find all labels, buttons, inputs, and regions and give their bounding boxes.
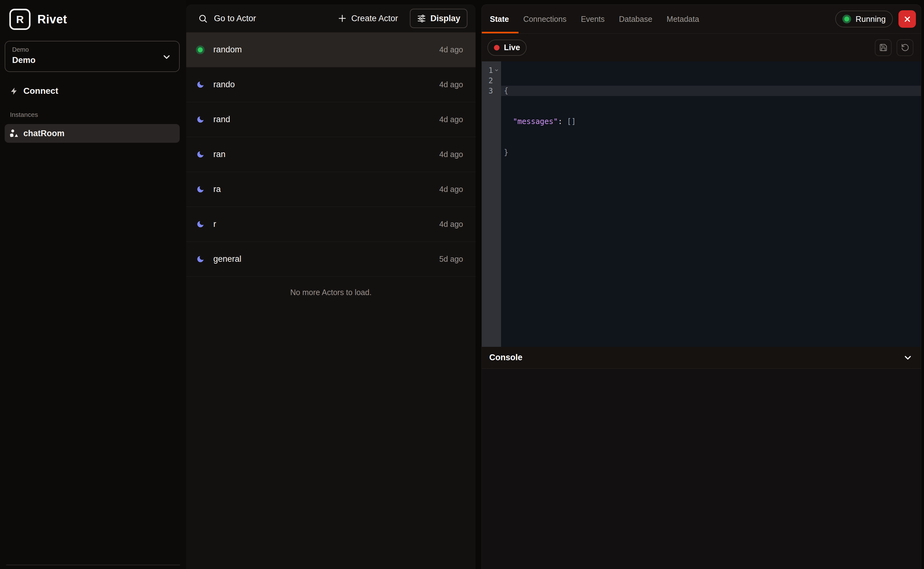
code-line-2: "messages": [] bbox=[501, 117, 921, 127]
plus-icon bbox=[338, 14, 347, 23]
actor-row-random[interactable]: random 4d ago bbox=[186, 32, 476, 67]
editor-gutter: 1 2 3 bbox=[482, 61, 501, 347]
actor-age: 4d ago bbox=[439, 185, 463, 194]
editor-actions bbox=[875, 39, 913, 56]
create-actor-label: Create Actor bbox=[351, 14, 398, 23]
rotate-ccw-icon bbox=[901, 43, 909, 52]
actor-row-rando[interactable]: rando 4d ago bbox=[186, 67, 476, 102]
sidebar-bottom-divider bbox=[6, 564, 180, 565]
code-line-1: { bbox=[501, 86, 921, 96]
actor-list-toolbar: Go to Actor Create Actor Display bbox=[186, 5, 476, 32]
tab-events[interactable]: Events bbox=[581, 15, 604, 24]
sidebar: R Rivet Demo Demo Connect Instances chat… bbox=[0, 0, 186, 569]
actor-name: rando bbox=[213, 80, 235, 90]
actor-name: ra bbox=[213, 184, 221, 194]
search-icon bbox=[198, 14, 208, 23]
status-badge: Running bbox=[835, 11, 893, 27]
actor-age: 5d ago bbox=[439, 255, 463, 264]
active-tab-underline bbox=[482, 32, 519, 33]
project-selector[interactable]: Demo Demo bbox=[5, 41, 180, 72]
actor-name: general bbox=[213, 254, 241, 264]
go-to-actor-search[interactable]: Go to Actor bbox=[198, 14, 256, 23]
line-number: 3 bbox=[482, 86, 501, 96]
moon-icon bbox=[195, 220, 206, 228]
console-body bbox=[482, 369, 921, 569]
chevron-down-icon bbox=[162, 52, 171, 62]
display-button[interactable]: Display bbox=[410, 9, 467, 28]
moon-icon bbox=[195, 255, 206, 263]
tab-connections[interactable]: Connections bbox=[523, 15, 566, 24]
actor-list-panel: Go to Actor Create Actor Display random … bbox=[186, 5, 476, 569]
status-badge-label: Running bbox=[856, 14, 886, 24]
live-badge: Live bbox=[487, 40, 526, 56]
moon-icon bbox=[195, 150, 206, 158]
actor-age: 4d ago bbox=[439, 150, 463, 159]
inspector-header: State Connections Events Database Metada… bbox=[482, 5, 921, 33]
save-icon bbox=[879, 43, 888, 52]
state-json-editor[interactable]: 1 2 3 { "messages": [] } bbox=[482, 61, 921, 347]
actor-row-general[interactable]: general 5d ago bbox=[186, 242, 476, 277]
fold-chevron-icon[interactable] bbox=[493, 68, 500, 73]
instance-name: chatRoom bbox=[23, 129, 64, 138]
actor-age: 4d ago bbox=[439, 80, 463, 89]
actor-name: random bbox=[213, 45, 242, 55]
create-actor-button[interactable]: Create Actor bbox=[338, 14, 398, 23]
state-toolbar: Live bbox=[482, 33, 921, 61]
logo-letter: R bbox=[16, 14, 24, 26]
actor-row-ra[interactable]: ra 4d ago bbox=[186, 172, 476, 207]
connect-label: Connect bbox=[23, 86, 58, 96]
inspector-tabs: State Connections Events Database Metada… bbox=[482, 15, 699, 24]
close-button[interactable] bbox=[898, 10, 916, 28]
inspector-header-actions: Running bbox=[835, 10, 916, 28]
actor-inspector-panel: State Connections Events Database Metada… bbox=[481, 5, 921, 569]
brand: R Rivet bbox=[9, 9, 67, 30]
project-selector-value: Demo bbox=[12, 55, 172, 65]
sliders-icon bbox=[417, 14, 426, 23]
instances-section-label: Instances bbox=[10, 111, 38, 119]
editor-code[interactable]: { "messages": [] } bbox=[501, 61, 921, 347]
moon-icon bbox=[195, 185, 206, 193]
actor-row-r[interactable]: r 4d ago bbox=[186, 207, 476, 242]
brand-name: Rivet bbox=[37, 13, 67, 26]
line-number: 1 bbox=[482, 65, 501, 75]
close-icon bbox=[903, 15, 912, 23]
tab-metadata[interactable]: Metadata bbox=[667, 15, 699, 24]
search-placeholder: Go to Actor bbox=[214, 14, 256, 23]
live-dot-icon bbox=[494, 45, 499, 50]
actor-name: ran bbox=[213, 149, 226, 159]
save-button[interactable] bbox=[875, 39, 892, 56]
actor-row-ran[interactable]: ran 4d ago bbox=[186, 137, 476, 172]
reset-button[interactable] bbox=[897, 39, 913, 56]
chevron-down-icon bbox=[903, 353, 913, 363]
code-line-3: } bbox=[501, 148, 921, 158]
actor-name: r bbox=[213, 219, 216, 229]
console-label: Console bbox=[489, 353, 523, 362]
no-more-actors-message: No more Actors to load. bbox=[186, 288, 476, 297]
console-toggle[interactable]: Console bbox=[482, 347, 921, 369]
moon-icon bbox=[195, 115, 206, 124]
running-status-icon bbox=[195, 46, 206, 54]
line-number: 2 bbox=[482, 75, 501, 86]
display-label: Display bbox=[430, 14, 460, 23]
connect-button[interactable]: Connect bbox=[10, 86, 58, 96]
shapes-icon bbox=[9, 129, 19, 138]
tab-database[interactable]: Database bbox=[619, 15, 652, 24]
live-badge-label: Live bbox=[504, 43, 520, 52]
actor-name: rand bbox=[213, 115, 230, 124]
actor-age: 4d ago bbox=[439, 115, 463, 124]
moon-icon bbox=[195, 81, 206, 89]
actor-age: 4d ago bbox=[439, 45, 463, 54]
actor-row-rand[interactable]: rand 4d ago bbox=[186, 102, 476, 137]
project-selector-label: Demo bbox=[12, 46, 172, 53]
running-dot-icon bbox=[842, 15, 851, 23]
actor-age: 4d ago bbox=[439, 220, 463, 229]
tab-state[interactable]: State bbox=[490, 15, 509, 24]
zap-icon bbox=[10, 87, 18, 95]
sidebar-item-chatroom[interactable]: chatRoom bbox=[5, 124, 180, 143]
rivet-logo-icon: R bbox=[9, 9, 30, 30]
